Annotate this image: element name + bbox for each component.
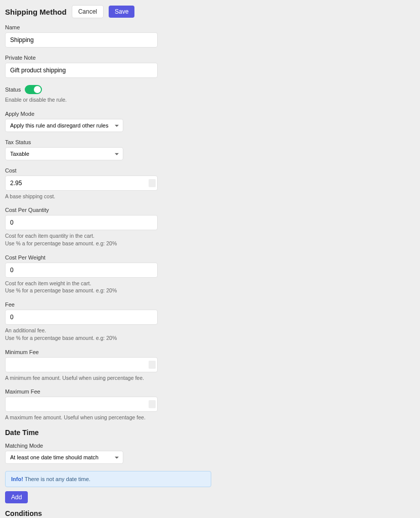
- datetime-info-box: Info! There is not any date time.: [5, 471, 211, 487]
- datetime-matching-mode-label: Matching Mode: [5, 443, 415, 449]
- maximum-fee-input[interactable]: [5, 397, 158, 412]
- apply-mode-label: Apply Mode: [5, 111, 415, 117]
- cost-per-weight-help1: Cost for each item weight in the cart.: [5, 280, 415, 287]
- fee-help1: An additional fee.: [5, 327, 415, 334]
- maximum-fee-spinner[interactable]: [149, 400, 156, 408]
- maximum-fee-label: Maximum Fee: [5, 388, 415, 395]
- name-input[interactable]: [5, 32, 158, 48]
- minimum-fee-help: A minimum fee amount. Useful when using …: [5, 374, 415, 382]
- minimum-fee-spinner[interactable]: [149, 361, 156, 369]
- status-help: Enable or disable the rule.: [5, 96, 415, 104]
- cost-per-weight-help2: Use % for a percentage base amount. e.g:…: [5, 287, 415, 294]
- cost-per-quantity-label: Cost Per Quantity: [5, 207, 415, 213]
- cost-per-quantity-input[interactable]: [5, 215, 158, 230]
- name-label: Name: [5, 24, 415, 30]
- minimum-fee-label: Minimum Fee: [5, 349, 415, 355]
- datetime-add-button[interactable]: Add: [5, 491, 28, 503]
- cost-label: Cost: [5, 167, 415, 174]
- cost-per-quantity-help2: Use % a for percentage base amount. e.g:…: [5, 240, 415, 247]
- cost-spinner[interactable]: [149, 179, 156, 187]
- date-time-title: Date Time: [5, 428, 415, 437]
- datetime-matching-mode-select[interactable]: [5, 451, 123, 464]
- private-note-label: Private Note: [5, 55, 415, 61]
- page-title: Shipping Method: [5, 8, 67, 16]
- cost-per-weight-label: Cost Per Weight: [5, 254, 415, 261]
- fee-input[interactable]: [5, 310, 158, 325]
- info-text: There is not any date time.: [25, 476, 90, 482]
- status-label: Status: [5, 87, 21, 93]
- maximum-fee-help: A maximum fee amount. Useful when using …: [5, 414, 415, 421]
- cost-help: A base shipping cost.: [5, 193, 415, 200]
- info-label: Info!: [11, 476, 23, 482]
- private-note-input[interactable]: [5, 63, 158, 78]
- conditions-title: Conditions: [5, 509, 415, 517]
- cost-input[interactable]: [5, 176, 158, 191]
- cost-per-quantity-help1: Cost for each item quantity in the cart.: [5, 232, 415, 240]
- apply-mode-select[interactable]: [5, 119, 123, 132]
- save-button[interactable]: Save: [109, 6, 134, 18]
- fee-help2: Use % for a percentage base amount. e.g:…: [5, 334, 415, 342]
- tax-status-select[interactable]: [5, 147, 123, 160]
- fee-label: Fee: [5, 301, 415, 308]
- cost-per-weight-input[interactable]: [5, 263, 158, 278]
- status-toggle[interactable]: [25, 85, 42, 94]
- minimum-fee-input[interactable]: [5, 357, 158, 372]
- tax-status-label: Tax Status: [5, 139, 415, 145]
- cancel-button[interactable]: Cancel: [72, 5, 104, 18]
